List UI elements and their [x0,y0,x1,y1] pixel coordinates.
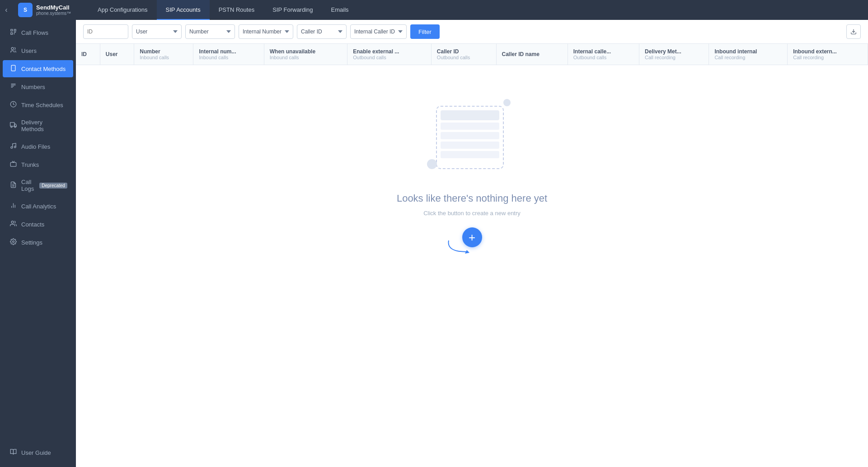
col-caller-id-name: Caller ID name [496,44,568,65]
svg-point-0 [11,47,14,50]
col-internal-num: Internal num... Inbound calls [193,44,264,65]
contacts-icon [10,220,17,228]
table-container: ID User Number Inbound calls Internal nu… [76,44,868,467]
svg-point-8 [14,146,16,148]
sidebar-item-contact-methods[interactable]: Contact Methods [3,60,73,77]
caller-id-filter-select[interactable]: Caller ID [297,24,347,39]
user-guide-icon [10,448,17,457]
col-inbound-extern: Inbound extern... Call recording [788,44,868,65]
call-logs-icon [10,181,17,189]
deprecated-badge: Deprecated [39,183,67,189]
empty-state: Looks like there's nothing here yet Clic… [76,65,868,274]
tab-pstn-routes[interactable]: PSTN Routes [210,0,263,20]
sidebar-label-settings: Settings [21,239,42,246]
sidebar-label-trunks: Trunks [21,161,39,168]
empty-state-subtitle: Click the button to create a new entry [423,210,521,217]
brand-sub: phone.systems™ [36,11,71,16]
tab-sip-forwarding[interactable]: SIP Forwarding [263,0,322,20]
tab-sip-accounts[interactable]: SIP Accounts [157,0,210,20]
sidebar-label-call-flows: Call Flows [21,29,48,36]
trunks-icon [10,160,17,169]
empty-table-row-1 [441,123,499,130]
col-inbound-internal: Inbound internal Call recording [709,44,788,65]
sidebar-item-users[interactable]: Users [3,42,73,59]
brand-icon: S [18,3,33,17]
sidebar-item-contacts[interactable]: Contacts [3,216,73,233]
tab-app-configurations[interactable]: App Configurations [89,0,157,20]
sidebar-item-call-logs[interactable]: Call Logs Deprecated [3,174,73,197]
sidebar-label-user-guide: User Guide [21,449,51,456]
sidebar-label-users: Users [21,47,37,54]
filter-button[interactable]: Filter [410,24,440,39]
col-when-unavailable: When unavailable Inbound calls [264,44,347,65]
svg-point-5 [11,126,12,127]
sidebar-label-contacts: Contacts [21,221,44,228]
layout: Call Flows Users Contact Methods Numbers… [0,20,868,467]
sidebar-label-call-analytics: Call Analytics [21,203,56,210]
internal-number-filter-select[interactable]: Internal Number [239,24,293,39]
col-internal-calle: Internal calle... Outbound calls [568,44,639,65]
sidebar-item-delivery-methods[interactable]: Delivery Methods [3,114,73,137]
col-number: Number Inbound calls [134,44,193,65]
internal-caller-id-filter-select[interactable]: Internal Caller ID [350,24,407,39]
sidebar-item-call-analytics[interactable]: Call Analytics [3,198,73,215]
col-delivery-met: Delivery Met... Call recording [639,44,709,65]
svg-rect-9 [10,162,16,166]
call-analytics-icon [10,202,17,210]
sidebar-label-contact-methods: Contact Methods [21,66,66,72]
audio-files-icon [10,142,17,151]
empty-illustration [422,92,522,183]
sidebar-label-time-schedules: Time Schedules [21,102,63,108]
empty-table-header-graphic [441,110,499,120]
empty-table-graphic [436,106,504,169]
settings-icon [10,238,17,246]
delivery-methods-icon [10,122,17,130]
numbers-icon [10,83,17,91]
brand-name: SendMyCall [36,4,71,11]
svg-rect-1 [11,65,15,71]
main-content: User Number Internal Number Caller ID In… [76,20,868,467]
empty-decoration-dot-1 [503,99,511,106]
sidebar-item-audio-files[interactable]: Audio Files [3,138,73,155]
svg-point-15 [11,221,14,223]
sidebar-label-numbers: Numbers [21,84,45,90]
user-filter-select[interactable]: User [132,24,182,39]
arrow-decoration [444,238,471,256]
brand: S SendMyCall phone.systems™ [13,3,89,17]
sidebar-item-settings[interactable]: Settings [3,234,73,251]
sidebar-label-audio-files: Audio Files [21,143,50,150]
number-filter-select[interactable]: Number [185,24,235,39]
svg-point-16 [13,241,14,243]
table-header-row: ID User Number Inbound calls Internal nu… [76,44,868,65]
sidebar-item-numbers[interactable]: Numbers [3,78,73,95]
col-enable-external: Enable external ... Outbound calls [347,44,432,65]
col-caller-id: Caller ID Outbound calls [431,44,496,65]
time-schedules-icon [10,101,17,109]
sidebar-item-user-guide[interactable]: User Guide [3,444,73,461]
call-flows-icon [10,28,17,37]
svg-point-6 [14,126,16,127]
filter-bar: User Number Internal Number Caller ID In… [76,20,868,44]
top-nav-tabs: App Configurations SIP Accounts PSTN Rou… [89,0,868,20]
users-icon [10,47,17,55]
sip-accounts-table: ID User Number Inbound calls Internal nu… [76,44,868,65]
empty-decoration-dot-2 [427,159,437,169]
download-button[interactable] [846,24,861,39]
sidebar-item-time-schedules[interactable]: Time Schedules [3,96,73,113]
empty-table-row-2 [441,132,499,139]
tab-emails[interactable]: Emails [322,0,358,20]
sidebar: Call Flows Users Contact Methods Numbers… [0,20,76,467]
sidebar-item-call-flows[interactable]: Call Flows [3,24,73,41]
sidebar-item-trunks[interactable]: Trunks [3,156,73,173]
top-nav: ‹ S SendMyCall phone.systems™ App Config… [0,0,868,20]
id-filter-input[interactable] [83,24,128,39]
col-user: User [100,44,134,65]
sidebar-collapse-button[interactable]: ‹ [0,0,13,20]
sidebar-label-call-logs: Call Logs [21,179,34,192]
contact-methods-icon [10,65,17,73]
sidebar-label-delivery-methods: Delivery Methods [21,119,66,132]
brand-text: SendMyCall phone.systems™ [36,4,71,16]
empty-table-row-4 [441,151,499,158]
svg-rect-4 [10,123,14,126]
empty-table-row-3 [441,142,499,149]
